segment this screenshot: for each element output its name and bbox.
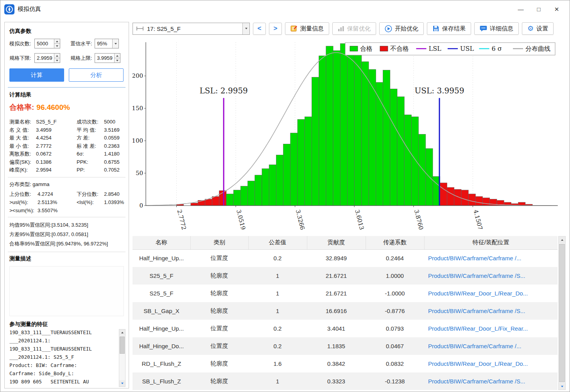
details-button[interactable]: 详细信息 [474, 22, 519, 35]
cell-location-link[interactable]: Product/BIW/Carframe/Carframe /S... [424, 302, 557, 320]
cell-coefficient: -0.1238 [366, 372, 424, 390]
spin-up-icon[interactable] [56, 41, 58, 42]
column-header[interactable]: 公差值 [248, 236, 307, 249]
spin-up-icon[interactable] [116, 55, 118, 57]
stat-label: 最 大 值: [9, 134, 36, 142]
maximize-button[interactable]: □ [530, 4, 548, 15]
divider [8, 252, 125, 252]
stat-value: 2.9594 [36, 166, 77, 174]
cell-location-link[interactable]: Product/BIW/Carframe/Carframe /... [424, 337, 557, 355]
dist-label: <lsl(%): [77, 199, 104, 206]
column-header[interactable]: 名称 [133, 236, 190, 249]
spec-usl-spinner[interactable] [114, 54, 120, 63]
dist-grid: 上分位数:4.2724下分位数:2.8540>usl(%):2.5113%<ls… [9, 191, 124, 214]
prev-measurement-button[interactable]: < [253, 23, 266, 35]
selector-dropdown-arrow[interactable] [242, 23, 249, 34]
column-header[interactable]: 传递系数 [366, 236, 424, 249]
spin-down-icon[interactable] [116, 60, 118, 61]
stat-value: 0.6755 [104, 158, 124, 166]
scroll-down-button[interactable] [559, 383, 565, 390]
feature-line: 19D_833_111___TUERAUSSENTEIL [9, 345, 116, 353]
svg-text:分布曲线: 分布曲线 [525, 45, 550, 52]
confidence-dropdown-arrow[interactable] [112, 39, 118, 48]
keep-optimization-button: 保留优化 [332, 22, 376, 35]
scroll-down-button[interactable] [119, 380, 125, 387]
save-results-button[interactable]: 保存结果 [427, 22, 471, 35]
table-row[interactable]: Half_Hinge_Do...位置度0.21.18350.0467Produc… [133, 337, 557, 355]
table-row[interactable]: RD_L_Flush_Z轮廓度1.60.38420.0832Product/BI… [133, 355, 557, 372]
column-header[interactable]: 类别 [190, 236, 248, 249]
features-scrollbar[interactable] [119, 329, 125, 387]
dist-value [104, 207, 124, 214]
confidence-interval-line: 合格率95%置信区间:[95.9478%, 96.9722%] [9, 239, 124, 249]
settings-button[interactable]: ⚙ 设置 [522, 22, 554, 35]
features-text[interactable]: 19D_833_111___TUERAUSSENTEIL___20201124.… [9, 328, 124, 388]
cell-location-link[interactable]: Product/BIW/Rear_Door_L/Rear_Do... [424, 355, 557, 372]
table-scrollbar[interactable] [558, 236, 566, 390]
spin-down-icon[interactable] [56, 45, 58, 47]
pass-rate-label: 合格率: [9, 103, 34, 111]
table-row[interactable]: S25_5_F轮廓度121.6721-1.0000Product/BIW/Rea… [133, 285, 557, 302]
stat-value: 3.5169 [104, 126, 124, 134]
sim-count-input[interactable]: 5000 [34, 39, 60, 48]
table-row[interactable]: S25_5_F轮廓度121.67211.0000Product/BIW/Carf… [133, 267, 557, 285]
features-section-title: 参与测量的特征 [9, 321, 124, 328]
measurement-selector[interactable]: 17: S25_5_F [133, 23, 250, 35]
analyze-button[interactable]: 分析 [69, 68, 124, 82]
dist-value: 1.0393% [104, 199, 124, 206]
feature-line: 19D 809 605 SEITENTEIL AU [9, 378, 116, 386]
dist-type-label: 分布类型: [9, 181, 31, 187]
measure-info-button[interactable]: 测量信息 [285, 22, 329, 35]
table-row[interactable]: Half_Hinge_Up...位置度0.232.89490.2464Produ… [133, 249, 557, 267]
cell-contribution: 0.3323 [307, 372, 366, 390]
cell-coefficient: -0.8776 [366, 302, 424, 320]
stat-label: 离散系数: [9, 150, 36, 158]
feature-line: Product: BIW: Carframe: [9, 361, 116, 369]
stat-value: 0.1386 [36, 158, 77, 166]
column-header[interactable]: 特征/装配位置 [424, 236, 557, 249]
cell-name: Half_Hinge_Up... [133, 320, 190, 337]
confidence-value: 95% [95, 41, 112, 47]
spec-lsl-spinner[interactable] [54, 54, 60, 63]
cell-tolerance: 1 [248, 302, 307, 320]
close-button[interactable]: ✕ [548, 4, 566, 15]
cell-location-link[interactable]: Product/BIW/Rear_Door_L/Fix_Rear... [424, 320, 557, 337]
cell-name: S25_5_F [133, 285, 190, 302]
confidence-select[interactable]: 95% [95, 39, 119, 48]
cell-location-link[interactable]: Product/BIW/Carframe/Carframe /S... [424, 372, 557, 390]
cell-contribution: 21.6721 [307, 285, 366, 302]
dist-label: >usl(%): [9, 199, 38, 206]
scroll-thumb[interactable] [120, 337, 125, 354]
cell-location-link[interactable]: Product/BIW/Carframe/Carframe /S... [424, 267, 557, 285]
start-optimization-button[interactable]: 开始优化 [379, 22, 424, 35]
stat-value: 0.7052 [104, 166, 124, 174]
scroll-up-button[interactable] [559, 236, 565, 243]
table-row[interactable]: Half_Hinge_Up...位置度0.23.40410.0793Produc… [133, 320, 557, 337]
cell-tolerance: 1 [248, 372, 307, 390]
scroll-up-button[interactable] [119, 329, 125, 336]
cell-category: 轮廓度 [190, 372, 248, 390]
stat-label: 偏度(SK): [9, 158, 36, 166]
cell-name: S25_5_F [133, 267, 190, 285]
spec-lsl-input[interactable]: 2.9959 [34, 53, 60, 63]
scroll-thumb[interactable] [559, 244, 565, 382]
cell-location-link[interactable]: Product/BIW/Rear_Door_L/Rear_Do... [424, 285, 557, 302]
cell-tolerance: 0.2 [248, 249, 307, 267]
sim-count-spinner[interactable] [54, 39, 60, 48]
calculate-button[interactable]: 计算 [9, 68, 64, 82]
stat-value: 4.4254 [36, 134, 77, 142]
pass-rate: 合格率:96.4600% [9, 102, 124, 113]
spin-up-icon[interactable] [56, 55, 58, 57]
spin-down-icon[interactable] [56, 60, 58, 61]
measurement-description-box[interactable] [9, 266, 124, 316]
next-measurement-button[interactable]: > [269, 23, 282, 35]
cell-name: Half_Hinge_Do... [133, 337, 190, 355]
spec-usl-input[interactable]: 3.9959 [95, 53, 120, 63]
minimize-button[interactable]: — [512, 4, 530, 15]
dist-label: ><sum(%): [9, 207, 38, 214]
table-row[interactable]: SB_L_Gap_X轮廓度116.6916-0.8776Product/BIW/… [133, 302, 557, 320]
table-row[interactable]: SB_L_Flush_Z轮廓度10.3323-0.1238Product/BIW… [133, 372, 557, 390]
column-header[interactable]: 贡献度 [307, 236, 366, 249]
cell-name: SB_L_Gap_X [133, 302, 190, 320]
cell-location-link[interactable]: Product/BIW/Carframe/Carframe /... [424, 249, 557, 267]
